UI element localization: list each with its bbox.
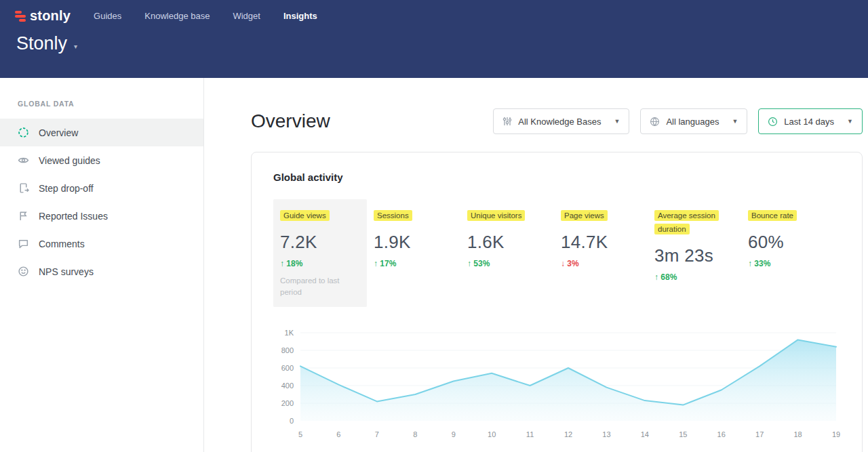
sidebar-item-step-drop-off[interactable]: Step drop-off [0, 174, 203, 202]
sidebar-item-nps-surveys[interactable]: NPS surveys [0, 258, 203, 285]
comment-bubble-icon [18, 238, 29, 249]
svg-text:6: 6 [336, 430, 340, 438]
svg-text:5: 5 [298, 430, 302, 438]
svg-text:19: 19 [832, 430, 840, 438]
language-filter-value: All languages [666, 117, 719, 127]
svg-text:15: 15 [679, 430, 687, 438]
stonly-logo-icon [15, 11, 26, 22]
svg-text:600: 600 [281, 364, 294, 372]
metric-value: 14.7K [561, 232, 641, 253]
overview-icon [18, 127, 29, 138]
metric-average-session-duration[interactable]: Average session duration 3m 23s ↑ 68% [648, 199, 741, 307]
workspace-title: Stonly [16, 33, 67, 54]
global-activity-card: Global activity Guide views 7.2K ↑ 18% C… [251, 152, 863, 452]
metric-page-views[interactable]: Page views 14.7K ↓ 3% [554, 199, 648, 307]
svg-text:800: 800 [281, 346, 294, 354]
stonly-logo[interactable]: stonly [15, 8, 71, 24]
language-filter[interactable]: All languages ▼ [640, 108, 747, 134]
sidebar-item-viewed-guides[interactable]: Viewed guides [0, 146, 203, 174]
metric-unique-visitors[interactable]: Unique visitors 1.6K ↑ 53% [460, 199, 554, 307]
sidebar-section-label: GLOBAL DATA [0, 100, 203, 108]
chevron-down-icon: ▼ [732, 118, 738, 125]
svg-text:17: 17 [755, 430, 764, 438]
svg-text:1K: 1K [285, 329, 294, 337]
svg-text:11: 11 [526, 430, 534, 438]
svg-text:16: 16 [717, 430, 726, 438]
knowledge-base-filter[interactable]: All Knowledge Bases ▼ [493, 108, 629, 134]
metric-value: 7.2K [280, 232, 360, 253]
main-content: Overview All Knowledge Bases ▼ All langu… [204, 78, 868, 452]
document-exit-icon [18, 182, 29, 194]
metric-label: Guide views [280, 210, 330, 221]
nav-item-knowledge-base[interactable]: Knowledge base [144, 8, 210, 24]
sidebar-item-label: Reported Issues [39, 211, 108, 222]
metric-guide-views[interactable]: Guide views 7.2K ↑ 18% Compared to last … [273, 199, 367, 307]
chevron-down-icon: ▼ [614, 118, 620, 125]
date-range-filter-value: Last 14 days [784, 117, 834, 127]
metric-change: ↑ 18% [280, 259, 360, 268]
sidebar-item-comments[interactable]: Comments [0, 230, 203, 258]
svg-text:400: 400 [281, 382, 294, 390]
date-range-filter[interactable]: Last 14 days ▼ [758, 108, 863, 134]
top-header: stonly Guides Knowledge base Widget Insi… [0, 0, 868, 78]
workspace-selector[interactable]: Stonly ▾ [0, 24, 868, 54]
svg-text:0: 0 [290, 417, 294, 425]
svg-text:9: 9 [452, 430, 456, 438]
smiley-icon [18, 266, 29, 277]
metric-label: Sessions [374, 210, 412, 221]
svg-text:8: 8 [413, 430, 417, 438]
metric-value: 1.9K [374, 232, 454, 253]
eye-icon [18, 155, 29, 166]
metric-label: Unique visitors [467, 210, 525, 221]
svg-text:13: 13 [602, 430, 610, 438]
nav-item-insights[interactable]: Insights [283, 8, 317, 24]
metric-change: ↑ 17% [374, 259, 454, 268]
metric-change: ↑ 53% [467, 259, 547, 268]
svg-text:10: 10 [488, 430, 496, 438]
nav-item-guides[interactable]: Guides [94, 8, 121, 24]
metrics-row: Guide views 7.2K ↑ 18% Compared to last … [273, 199, 840, 307]
sidebar-item-reported-issues[interactable]: Reported Issues [0, 202, 203, 230]
metric-value: 3m 23s [654, 245, 734, 266]
global-activity-chart: 02004006008001K5678910111213141516171819 [273, 327, 840, 441]
sidebar-item-label: Overview [39, 127, 78, 138]
metric-value: 1.6K [467, 232, 547, 253]
svg-text:18: 18 [793, 430, 802, 438]
svg-text:200: 200 [281, 399, 294, 407]
metric-label: Average session duration [654, 210, 719, 234]
sidebar-item-label: Comments [39, 239, 85, 249]
nav-item-widget[interactable]: Widget [233, 8, 260, 24]
sliders-icon [502, 117, 512, 126]
metric-sessions[interactable]: Sessions 1.9K ↑ 17% [367, 199, 460, 307]
clock-icon [768, 117, 778, 127]
chart-container: 02004006008001K5678910111213141516171819 [273, 327, 840, 444]
chevron-down-icon: ▼ [847, 118, 853, 125]
filter-bar: All Knowledge Bases ▼ All languages ▼ La… [493, 108, 863, 134]
flag-icon [18, 210, 29, 222]
sidebar-item-label: Viewed guides [39, 155, 100, 166]
sidebar: GLOBAL DATA Overview Viewed guides Step … [0, 78, 204, 452]
knowledge-base-filter-value: All Knowledge Bases [518, 117, 601, 127]
top-nav: Guides Knowledge base Widget Insights [94, 8, 317, 24]
metric-change: ↑ 33% [748, 259, 828, 268]
svg-text:12: 12 [564, 430, 572, 438]
metric-label: Page views [561, 210, 608, 221]
sidebar-item-overview[interactable]: Overview [0, 119, 203, 146]
metric-label: Bounce rate [748, 210, 797, 221]
chevron-down-icon: ▾ [74, 43, 77, 50]
svg-text:14: 14 [641, 430, 649, 438]
stonly-logo-text: stonly [30, 8, 71, 24]
metric-change: ↓ 3% [561, 259, 641, 268]
card-title: Global activity [273, 171, 840, 183]
globe-icon [650, 117, 660, 127]
metric-note: Compared to last period [280, 275, 360, 297]
sidebar-item-label: NPS surveys [39, 266, 94, 277]
metric-change: ↑ 68% [654, 272, 734, 282]
svg-text:7: 7 [375, 430, 379, 438]
metric-value: 60% [748, 232, 828, 253]
sidebar-item-label: Step drop-off [39, 183, 94, 194]
page-title: Overview [251, 110, 330, 132]
metric-bounce-rate[interactable]: Bounce rate 60% ↑ 33% [741, 199, 835, 307]
